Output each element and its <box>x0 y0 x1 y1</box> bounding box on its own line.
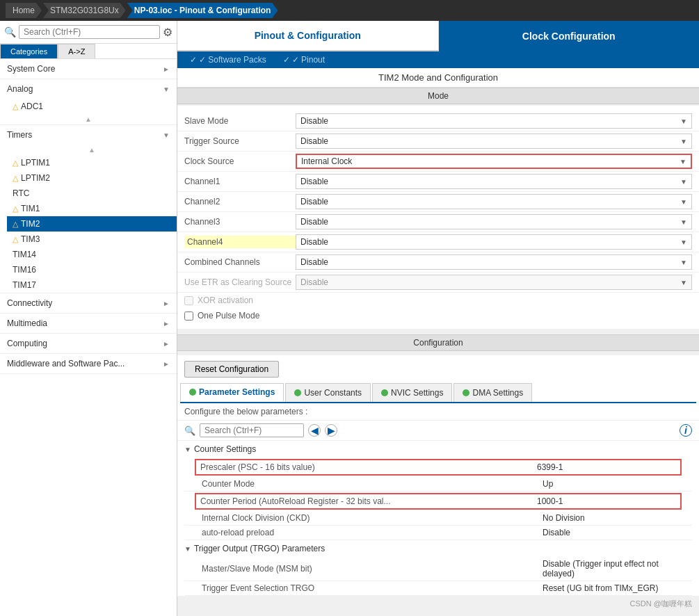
next-result-btn[interactable]: ▶ <box>325 424 337 437</box>
param-row-msm[interactable]: Master/Slave Mode (MSM bit) Disable (Tri… <box>184 557 692 581</box>
expand-icon-trgo: ▼ <box>184 545 191 553</box>
param-group-header-trgo[interactable]: ▼ Trigger Output (TRGO) Parameters <box>184 540 692 557</box>
section-header-analog[interactable]: Analog ▼ <box>0 79 177 99</box>
section-connectivity: Connectivity ► <box>0 293 177 314</box>
sidebar-item-adc1[interactable]: △ ADC1 <box>7 99 177 114</box>
param-value-autoreload: Disable <box>543 528 682 537</box>
params-search-input[interactable] <box>200 423 304 437</box>
sidebar-item-lptim1[interactable]: △ LPTIM1 <box>7 155 177 170</box>
breadcrumb-chip[interactable]: STM32G031G8Ux <box>43 3 126 18</box>
label-xor: XOR activation <box>198 295 253 305</box>
dot-dma <box>463 389 469 396</box>
checkbox-one-pulse[interactable] <box>184 311 193 321</box>
param-row-counter-mode[interactable]: Counter Mode Up <box>184 477 692 492</box>
select-channel4[interactable]: Disable ▼ <box>296 234 692 250</box>
select-combined-channels[interactable]: Disable ▼ <box>296 254 692 270</box>
dropdown-arrow-ch3: ▼ <box>680 218 687 226</box>
select-channel2[interactable]: Disable ▼ <box>296 194 692 209</box>
section-analog: Analog ▼ △ ADC1 ▲ <box>0 79 177 125</box>
param-row-autoreload[interactable]: auto-reload preload Disable <box>184 526 692 540</box>
dropdown-arrow-combined: ▼ <box>680 259 687 266</box>
section-header-computing[interactable]: Computing ► <box>0 334 177 353</box>
label-channel1: Channel1 <box>184 177 296 186</box>
params-search-bar: 🔍 ◀ ▶ i <box>177 421 699 441</box>
label-channel3: Channel3 <box>184 217 296 227</box>
field-clock-source: Clock Source Internal Clock ▼ <box>177 152 699 172</box>
section-header-timers[interactable]: Timers ▼ <box>0 125 177 145</box>
section-multimedia: Multimedia ► <box>0 314 177 334</box>
select-use-etr: Disable ▼ <box>296 275 692 290</box>
scroll-up-analog[interactable]: ▲ <box>85 115 92 123</box>
config-tab-user-constants[interactable]: User Constants <box>285 383 371 402</box>
tab-az[interactable]: A->Z <box>58 44 95 58</box>
config-tab-dma-settings[interactable]: DMA Settings <box>453 383 532 402</box>
param-row-counter-period[interactable]: Counter Period (AutoReload Register - 32… <box>195 493 682 510</box>
label-dma-tab: DMA Settings <box>472 388 523 398</box>
dropdown-arrow-ch1: ▼ <box>680 178 687 186</box>
warn-icon-adc1: △ <box>13 102 18 111</box>
subtab-pinout[interactable]: ✓ ✓ Pinout <box>276 55 332 65</box>
sidebar-item-rtc[interactable]: RTC <box>7 186 177 201</box>
warn-icon-tim1: △ <box>13 204 18 213</box>
warn-icon-tim2: △ <box>13 220 18 229</box>
section-main-title: TIM2 Mode and Configuration <box>177 68 699 88</box>
gear-icon[interactable]: ⚙ <box>163 26 172 39</box>
check-icon-sw: ✓ <box>190 55 197 65</box>
sidebar-item-tim14[interactable]: TIM14 <box>7 247 177 262</box>
dropdown-arrow-etr: ▼ <box>680 279 687 286</box>
param-group-header-counter[interactable]: ▼ Counter Settings <box>184 441 692 457</box>
sidebar-item-tim16[interactable]: TIM16 <box>7 262 177 277</box>
param-row-prescaler[interactable]: Prescaler (PSC - 16 bits value) 6399-1 <box>195 459 682 476</box>
config-section-header: Configuration <box>177 334 699 351</box>
search-input[interactable] <box>19 25 160 39</box>
search-icon-params: 🔍 <box>184 425 195 436</box>
config-tab-nvic-settings[interactable]: NVIC Settings <box>372 383 452 402</box>
select-channel1[interactable]: Disable ▼ <box>296 174 692 189</box>
subtab-software-packs[interactable]: ✓ ✓ Software Packs <box>183 55 273 65</box>
checkbox-xor[interactable] <box>184 296 193 305</box>
info-icon[interactable]: i <box>680 424 692 437</box>
item-label-tim17: TIM17 <box>13 280 36 290</box>
field-channel1: Channel1 Disable ▼ <box>177 172 699 192</box>
section-header-multimedia[interactable]: Multimedia ► <box>0 314 177 333</box>
reset-config-button[interactable]: Reset Configuration <box>184 361 279 378</box>
sidebar-item-tim2[interactable]: △ TIM2 <box>7 216 177 232</box>
param-label-msm: Master/Slave Mode (MSM bit) <box>202 564 543 574</box>
prev-result-btn[interactable]: ◀ <box>308 424 321 437</box>
sidebar-item-tim1[interactable]: △ TIM1 <box>7 201 177 216</box>
tab-categories[interactable]: Categories <box>0 44 58 58</box>
label-channel2: Channel2 <box>184 197 296 206</box>
tab-pinout-config[interactable]: Pinout & Configuration <box>177 21 439 51</box>
warn-icon-tim3: △ <box>13 235 18 244</box>
select-slave-mode[interactable]: Disable ▼ <box>296 113 692 129</box>
param-label-prescaler: Prescaler (PSC - 16 bits value) <box>200 462 537 472</box>
select-clock-source[interactable]: Internal Clock ▼ <box>296 154 692 169</box>
chevron-right-icon-mw: ► <box>163 360 170 368</box>
check-icon-pin: ✓ <box>283 55 290 65</box>
label-nvic-tab: NVIC Settings <box>391 388 443 398</box>
breadcrumb-home[interactable]: Home <box>6 3 42 18</box>
label-trigger-source: Trigger Source <box>184 136 296 146</box>
sidebar-item-lptim2[interactable]: △ LPTIM2 <box>7 170 177 186</box>
dot-user <box>294 389 301 396</box>
section-header-middleware[interactable]: Middleware and Software Pac... ► <box>0 354 177 373</box>
section-header-connectivity[interactable]: Connectivity ► <box>0 293 177 313</box>
checkbox-row-one-pulse: One Pulse Mode <box>177 308 699 323</box>
param-group-trigger-output: ▼ Trigger Output (TRGO) Parameters Maste… <box>177 540 699 596</box>
inner-scroll-area[interactable]: TIM2 Mode and Configuration Mode Slave M… <box>177 68 699 616</box>
param-row-trgo[interactable]: Trigger Event Selection TRGO Reset (UG b… <box>184 581 692 596</box>
param-row-ckd[interactable]: Internal Clock Division (CKD) No Divisio… <box>184 511 692 526</box>
breadcrumb-current[interactable]: NP-03.ioc - Pinout & Configuration <box>127 3 278 18</box>
section-header-system-core[interactable]: System Core ► <box>0 59 177 79</box>
select-channel3[interactable]: Disable ▼ <box>296 214 692 229</box>
chevron-down-icon-analog: ▼ <box>163 86 170 93</box>
sidebar-item-tim17[interactable]: TIM17 <box>7 277 177 293</box>
value-channel3: Disable <box>300 217 328 227</box>
select-trigger-source[interactable]: Disable ▼ <box>296 133 692 149</box>
section-label-middleware: Middleware and Software Pac... <box>7 359 124 368</box>
tab-clock-config[interactable]: Clock Configuration <box>439 21 700 51</box>
scroll-up-timers[interactable]: ▲ <box>88 146 95 154</box>
sidebar-item-tim3[interactable]: △ TIM3 <box>7 232 177 247</box>
config-tab-parameter-settings[interactable]: Parameter Settings <box>180 383 284 402</box>
param-value-ckd: No Division <box>543 513 682 523</box>
